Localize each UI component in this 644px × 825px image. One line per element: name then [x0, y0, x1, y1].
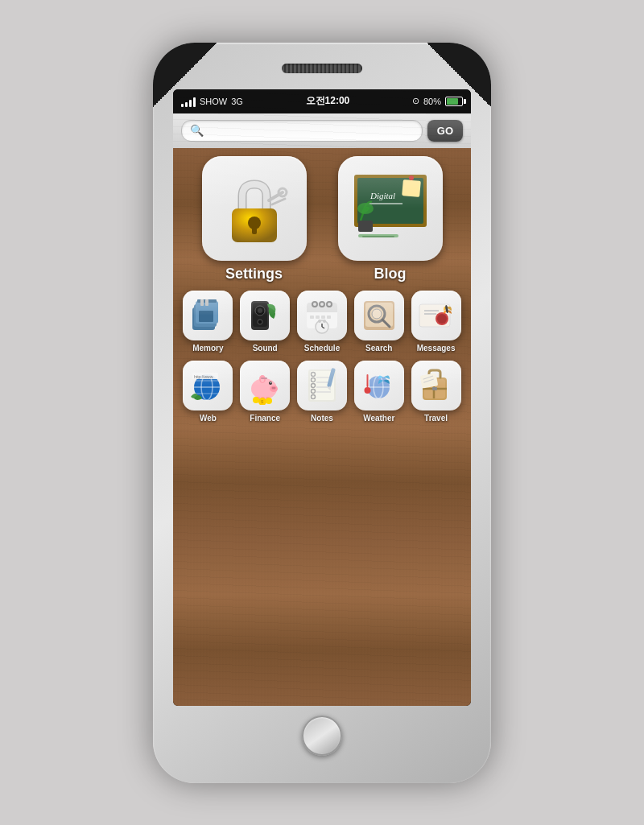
svg-rect-19	[197, 299, 217, 303]
schedule-icon	[297, 291, 347, 340]
app-blog[interactable]: Digital	[338, 156, 443, 283]
svg-rect-7	[357, 178, 423, 224]
svg-point-33	[327, 302, 332, 307]
memory-icon	[183, 291, 233, 340]
svg-point-4	[279, 188, 287, 196]
svg-point-11	[357, 203, 374, 214]
svg-rect-29	[307, 303, 337, 312]
status-bar: SHOW 3G 오전12:00 ⊙ 80%	[173, 89, 471, 113]
svg-rect-70	[261, 377, 267, 379]
battery-fill	[447, 98, 458, 105]
svg-point-26	[258, 308, 262, 313]
notes-label: Notes	[311, 414, 333, 423]
signal-bars-icon	[181, 96, 196, 107]
carrier-label: SHOW	[200, 97, 227, 106]
small-icons-row-2: http://www. Web	[178, 361, 466, 423]
svg-point-80	[311, 372, 315, 376]
signal-bar-1	[181, 104, 184, 107]
svg-line-103	[423, 376, 433, 379]
app-sound[interactable]: Sound	[240, 291, 290, 353]
web-label: Web	[200, 414, 217, 423]
svg-point-51	[437, 314, 447, 324]
svg-rect-21	[205, 299, 208, 306]
svg-rect-36	[321, 316, 325, 319]
svg-rect-89	[327, 367, 336, 386]
app-messages[interactable]: Messages	[411, 291, 461, 353]
search-app-icon	[354, 291, 404, 340]
svg-rect-101	[432, 387, 437, 390]
svg-point-66	[269, 382, 272, 385]
svg-rect-30	[307, 309, 337, 312]
svg-point-31	[312, 302, 317, 307]
web-icon: http://www.	[183, 361, 233, 410]
search-icon: 🔍	[190, 124, 204, 137]
clock-icon: ⊙	[412, 96, 419, 106]
signal-bar-4	[193, 97, 196, 107]
app-schedule[interactable]: Schedule	[297, 291, 347, 353]
svg-point-65	[274, 386, 276, 389]
app-travel[interactable]: Travel	[411, 361, 461, 423]
finance-icon: $	[240, 361, 290, 410]
svg-rect-35	[316, 316, 320, 319]
status-right: ⊙ 80%	[412, 96, 463, 106]
svg-point-74	[253, 397, 259, 403]
travel-label: Travel	[424, 414, 448, 423]
app-web[interactable]: http://www. Web	[183, 361, 233, 423]
speaker-grille	[282, 64, 362, 73]
svg-rect-37	[327, 316, 331, 319]
svg-line-3	[269, 192, 283, 200]
svg-point-68	[259, 375, 266, 383]
phone-bottom-area	[164, 706, 480, 765]
settings-label: Settings	[225, 266, 283, 283]
svg-point-76	[266, 398, 272, 404]
svg-rect-12	[402, 179, 421, 197]
network-label: 3G	[231, 97, 243, 106]
sound-label: Sound	[253, 344, 278, 353]
svg-text:http://www.: http://www.	[194, 374, 213, 379]
app-settings[interactable]: Settings	[202, 156, 307, 283]
svg-rect-95	[366, 374, 368, 387]
signal-bar-3	[189, 100, 192, 107]
app-search[interactable]: Search	[354, 291, 404, 353]
large-icons-row: Settings Digital	[178, 156, 466, 283]
finance-label: Finance	[250, 414, 280, 423]
svg-rect-44	[365, 303, 393, 327]
messages-icon	[411, 291, 461, 340]
svg-point-81	[311, 377, 315, 382]
svg-rect-34	[310, 316, 314, 319]
svg-rect-60	[192, 373, 218, 379]
app-finance[interactable]: $ Finance	[240, 361, 290, 423]
app-notes[interactable]: Notes	[297, 361, 347, 423]
svg-point-41	[318, 320, 321, 323]
app-memory[interactable]: Memory	[183, 291, 233, 353]
svg-line-104	[423, 378, 434, 382]
svg-rect-10	[358, 221, 373, 232]
schedule-label: Schedule	[304, 344, 340, 353]
phone-device: SHOW 3G 오전12:00 ⊙ 80% 🔍 GO	[153, 43, 491, 783]
svg-point-42	[323, 320, 326, 323]
settings-icon	[202, 156, 307, 261]
svg-point-13	[409, 175, 414, 180]
svg-rect-102	[419, 373, 437, 388]
sound-icon	[240, 291, 290, 340]
svg-point-54	[444, 304, 448, 312]
home-button[interactable]	[302, 716, 342, 756]
phone-screen: SHOW 3G 오전12:00 ⊙ 80% 🔍 GO	[173, 89, 471, 706]
svg-rect-15	[362, 236, 394, 237]
signal-bar-2	[185, 102, 188, 107]
svg-rect-2	[252, 226, 257, 234]
small-icons-row-1: Memory	[178, 291, 466, 353]
status-left: SHOW 3G	[181, 96, 243, 107]
travel-icon	[411, 361, 461, 410]
search-bar-container: 🔍 GO	[173, 113, 471, 148]
messages-label: Messages	[417, 344, 456, 353]
battery-percent: 80%	[423, 97, 441, 106]
app-weather[interactable]: Weather	[354, 361, 404, 423]
svg-text:Digital: Digital	[369, 191, 395, 200]
search-input-wrapper[interactable]: 🔍	[181, 120, 423, 142]
top-bezel	[164, 57, 480, 89]
weather-label: Weather	[363, 414, 394, 423]
svg-point-27	[258, 320, 262, 324]
go-button[interactable]: GO	[427, 120, 463, 142]
content-area: Settings Digital	[173, 148, 471, 706]
